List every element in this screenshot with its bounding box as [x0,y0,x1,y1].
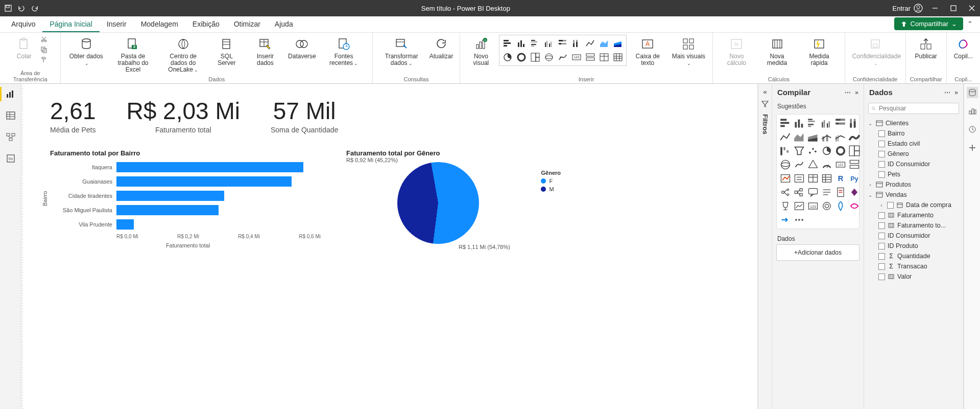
viz-funnel[interactable] [794,145,805,156]
viz-custom[interactable] [849,200,860,212]
add-data-button[interactable]: +Adicionar dados [776,244,859,261]
viz-kpi[interactable] [780,173,791,184]
checkbox[interactable] [878,274,885,280]
tab-ajuda[interactable]: Ajuda [268,17,300,32]
table-clientes[interactable]: ⌄Clientes [867,118,960,128]
signin-button[interactable]: Entrar [893,4,923,13]
transformar-dados-button[interactable]: Transformar dados⌄ [377,35,426,67]
viz-waterfall[interactable] [780,145,791,156]
viz-multirow-card[interactable] [849,159,860,170]
legend-item-m[interactable]: M [541,186,561,192]
publicar-button[interactable]: Publicar [912,35,940,61]
viz-get-more[interactable] [780,214,791,225]
100-stacked-bar-icon[interactable] [557,37,569,50]
field-transacao[interactable]: ΣTransacao [867,261,960,271]
cut-icon[interactable] [39,35,49,44]
bar-row[interactable]: Guaianases [50,176,326,187]
tab-otimizar[interactable]: Otimizar [227,17,268,32]
expand-icon[interactable]: ⌄ [867,121,873,126]
save-icon[interactable] [4,4,12,12]
onelake-button[interactable]: Centro de dados do OneLake⌄ [159,35,208,75]
fontes-recentes-button[interactable]: Fontes recentes⌄ [319,35,368,67]
viz-stacked-column[interactable] [794,118,805,129]
expand-icon[interactable]: › [878,202,885,208]
checkbox[interactable] [878,161,885,168]
viz-area[interactable] [794,131,805,143]
viz-paginated[interactable] [835,187,846,198]
checkbox[interactable] [878,151,885,157]
caixa-texto-button[interactable]: A Caixa de texto [628,35,668,67]
viz-filled-map[interactable] [794,159,805,170]
viz-pie[interactable] [821,145,832,156]
tab-pagina-inicial[interactable]: Página Inicial [42,17,99,32]
tab-exibicao[interactable]: Exibição [185,17,227,32]
pasta-excel-button[interactable]: X Pasta de trabalho do Excel [108,35,157,75]
clustered-column-icon[interactable] [543,37,555,50]
expand-filtros-icon[interactable]: « [763,88,767,96]
bar-row[interactable]: Vila Prudente [50,219,326,230]
compartilhar-button[interactable]: Compartilhar ⌄ [894,17,963,30]
tab-arquivo[interactable]: Arquivo [4,17,42,32]
checkbox[interactable] [878,263,885,270]
checkbox[interactable] [887,202,894,209]
table-view-icon[interactable] [5,109,17,122]
100-stacked-column-icon[interactable] [570,37,583,50]
expand-icon[interactable]: › [867,182,873,188]
redo-icon[interactable] [31,4,39,12]
clustered-bar-icon[interactable] [529,37,541,50]
dax-view-icon[interactable]: Dx [5,152,17,165]
bar-chart-visual[interactable]: Faturamento total por Bairro Bairro Itaq… [50,149,326,275]
field-estado-civil[interactable]: Estado civil [867,139,960,149]
atualizar-button[interactable]: Atualizar [427,35,456,61]
checkbox[interactable] [878,212,885,219]
donut-chart-icon[interactable] [515,51,528,63]
bar-row[interactable]: Cidade tiradentes [50,191,326,201]
maximize-button[interactable] [949,4,958,12]
bar-row[interactable]: Itaquera [50,162,326,172]
stacked-area-icon[interactable] [612,37,624,50]
field-quantidade[interactable]: ΣQuantidade [867,251,960,261]
viz-r[interactable]: R [835,173,846,184]
viz-python[interactable]: Py [849,173,860,184]
viz-donut[interactable] [835,145,846,156]
viz-table[interactable] [807,173,819,184]
field-id-consumidor-v[interactable]: ID Consumidor [867,231,960,241]
legend-item-f[interactable]: F [541,178,561,184]
collapse-panel-icon[interactable]: » [954,89,958,96]
novo-visual-button[interactable]: + Novo visual [464,35,498,67]
viz-qa[interactable] [807,187,819,198]
field-id-produto[interactable]: ID Produto [867,241,960,251]
kpi-card-faturamento[interactable]: R$ 2,03 Mi Faturamento total [127,99,240,134]
checkbox[interactable] [878,171,885,178]
undo-icon[interactable] [17,4,26,12]
checkbox[interactable] [878,253,885,260]
multi-card-icon[interactable] [584,51,596,63]
viz-gauge[interactable] [821,159,832,170]
pie-chart-visual[interactable]: Faturamento total por Gênero R$ 0,92 Mi … [346,149,561,275]
viz-matrix[interactable] [821,173,832,184]
line-chart-icon[interactable] [584,37,596,50]
checkbox[interactable] [878,222,885,229]
checkbox[interactable] [878,233,885,239]
viz-sparkline[interactable] [794,200,805,212]
tab-inserir[interactable]: Inserir [100,17,134,32]
treemap-icon[interactable] [529,51,541,63]
viz-line-clustered[interactable] [835,131,846,143]
map-icon[interactable] [543,51,555,63]
data-pane-icon[interactable] [967,87,978,98]
search-box[interactable] [868,103,959,114]
dataverse-button[interactable]: Dataverse [286,35,318,61]
collapse-panel-icon[interactable]: » [855,89,858,96]
viz-card-new[interactable]: 123 [807,200,819,212]
matrix-icon[interactable] [612,51,624,63]
pie-chart-icon[interactable] [501,51,514,63]
optimize-pane-icon[interactable] [967,124,978,135]
viz-card[interactable]: 123 [835,159,846,170]
more-icon[interactable]: ⋯ [845,89,851,96]
viz-slicer[interactable] [794,173,805,184]
field-pets[interactable]: Pets [867,169,960,179]
stacked-column-icon[interactable] [515,37,528,50]
viz-stacked-area[interactable] [807,131,819,143]
add-pane-icon[interactable] [967,142,978,153]
viz-key-influencers[interactable] [780,187,791,198]
